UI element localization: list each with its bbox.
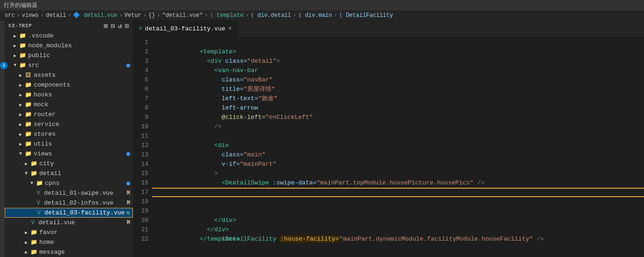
tree-item-favor[interactable]: ▶ 📁 favor	[5, 228, 133, 237]
badge-m: M	[127, 190, 130, 197]
code-line-5: title="房屋详情"	[152, 75, 644, 85]
tab-detail03[interactable]: V detail_03-facility.vue ×	[133, 21, 238, 37]
tree-label: node_modules	[28, 42, 72, 49]
vue-file-icon: V	[29, 219, 37, 227]
folder-icon: 📁	[24, 101, 32, 109]
title-bar-text: 打开的编辑器	[4, 1, 37, 9]
tree-item-message[interactable]: ▶ 📁 message	[5, 247, 133, 257]
tree-item-views[interactable]: ▼ 📁 views	[5, 149, 133, 159]
code-line-19: </div>	[152, 206, 644, 216]
file-explorer: CZ-TRIP ⊞ ⊟ ↺ ⊡ ▶ 📁 .vscode ▶ 📁 node_mod…	[5, 21, 133, 257]
collapse-all-icon[interactable]: ⊡	[125, 22, 129, 30]
modified-dot	[126, 64, 130, 67]
sidebar-header: CZ-TRIP ⊞ ⊟ ↺ ⊡	[5, 21, 133, 31]
collapse-icon: ▼	[12, 63, 18, 68]
folder-icon: 📁	[19, 52, 26, 59]
code-line-11: <div	[152, 132, 644, 141]
refresh-icon[interactable]: ↺	[118, 22, 122, 30]
tree-label: city	[39, 160, 54, 167]
sidebar-header-icons: ⊞ ⊟ ↺ ⊡	[104, 22, 129, 30]
new-file-icon[interactable]: ⊞	[104, 22, 108, 30]
tree-item-public[interactable]: ▶ 📁 public	[5, 51, 133, 60]
activity-bar: 4	[0, 21, 5, 257]
collapse-icon: ▶	[23, 230, 29, 235]
tree-label: detail	[39, 170, 61, 177]
tree-item-detail-folder[interactable]: ▼ 📁 detail	[5, 169, 133, 178]
vue-file-icon: V	[35, 209, 43, 217]
folder-icon: 📁	[19, 32, 26, 40]
tree-item-stores[interactable]: ▶ 📁 stores	[5, 129, 133, 139]
tree-item-assets[interactable]: ▶ 🖼 assets	[5, 70, 133, 80]
tree-label: .vscode	[28, 32, 54, 39]
tree-item-detail03[interactable]: V detail_03-facility.vue U	[5, 208, 133, 218]
collapse-icon: ▶	[18, 92, 23, 98]
collapse-icon: ▶	[18, 122, 23, 127]
tree-label: service	[34, 121, 59, 128]
code-editor: 1 2 3 4 5 6 7 8 9 10 11 12 13 14 15 16 1…	[133, 37, 644, 257]
tree-item-utils[interactable]: ▶ 📁 utils	[5, 139, 133, 149]
collapse-icon: ▶	[18, 112, 23, 117]
tree-item-src[interactable]: ▼ 📁 src	[5, 60, 133, 70]
tree-label: message	[39, 249, 65, 256]
breadcrumb-detail-facility: ⟨ DetailFacility	[339, 12, 393, 19]
breadcrumb-bar: src › views › detail › 🔷 detail.vue › Ve…	[0, 10, 644, 21]
tree-label: views	[34, 150, 52, 157]
tree-item-detail01[interactable]: V detail_01-swipe.vue M	[5, 188, 133, 198]
code-line-14: >	[152, 160, 644, 169]
tree-label: home	[39, 239, 54, 246]
tree-label: stores	[34, 131, 56, 138]
tree-item-components[interactable]: ▶ 📁 components	[5, 80, 133, 90]
tree-item-detail-vue[interactable]: V detail.vue M	[5, 218, 133, 228]
folder-icon: 📁	[30, 229, 37, 236]
code-line-6: left-text="旅途"	[152, 85, 644, 94]
badge-m: M	[127, 220, 130, 226]
folder-icon: 📁	[19, 42, 26, 50]
code-line-4: class="navBar"	[152, 66, 644, 75]
editor-area: V detail_03-facility.vue × 1 2 3 4 5 6 7…	[133, 21, 644, 257]
tree-item-detail02[interactable]: V detail_02-infos.vue M	[5, 198, 133, 208]
code-line-3: <van-nav-bar	[152, 57, 644, 66]
vue-tab-icon: V	[139, 26, 142, 31]
tree-label: hooks	[34, 91, 52, 98]
tree-label: components	[34, 81, 70, 88]
tree-item-home[interactable]: ▶ 📁 home	[5, 237, 133, 247]
tree-item-router[interactable]: ▶ 📁 router	[5, 110, 133, 119]
folder-icon: 📁	[24, 150, 32, 158]
code-line-7: left-arrow	[152, 94, 644, 103]
code-line-15: <DeatailSwipe :swipe-data="mainPart.topM…	[152, 169, 644, 178]
collapse-icon: ▶	[18, 102, 23, 108]
vue-file-icon: V	[35, 190, 42, 197]
folder-icon: 📁	[24, 111, 32, 118]
code-line-22	[152, 235, 644, 244]
tree-label: assets	[34, 72, 56, 79]
new-folder-icon[interactable]: ⊟	[111, 22, 115, 30]
tree-item-city[interactable]: ▶ 📁 city	[5, 159, 133, 169]
tab-bar: V detail_03-facility.vue ×	[133, 21, 644, 37]
folder-icon: 📁	[36, 180, 43, 187]
code-line-13: v-if="mainPart"	[152, 150, 644, 160]
collapse-icon: ▶	[18, 73, 23, 78]
tree-item-node-modules[interactable]: ▶ 📁 node_modules	[5, 41, 133, 51]
code-line-18	[152, 197, 644, 206]
orange-border	[152, 188, 644, 197]
tree-item-service[interactable]: ▶ 📁 service	[5, 119, 133, 129]
folder-icon: 📁	[30, 239, 37, 246]
breadcrumb-vetur: Vetur	[124, 12, 141, 19]
code-line-10	[152, 122, 644, 132]
code-line-8: @click-left="onClickLeft"	[152, 103, 644, 113]
folder-icon: 📁	[30, 170, 37, 177]
collapse-icon: ▶	[23, 240, 29, 245]
code-line-9: />	[152, 113, 644, 122]
title-bar: 打开的编辑器	[0, 0, 644, 10]
collapse-icon: ▶	[18, 132, 23, 137]
tree-item-mock[interactable]: ▶ 📁 mock	[5, 100, 133, 110]
code-content: <template> <div class="detail"> <van-nav…	[152, 37, 644, 257]
code-line-12: class="main"	[152, 141, 644, 150]
tree-item-vscode[interactable]: ▶ 📁 .vscode	[5, 31, 133, 41]
tree-label: cpns	[45, 180, 59, 187]
breadcrumb-detail-folder: detail	[46, 12, 66, 19]
collapse-icon: ▼	[23, 171, 29, 176]
tree-item-hooks[interactable]: ▶ 📁 hooks	[5, 90, 133, 100]
tab-close[interactable]: ×	[228, 25, 232, 32]
tree-item-cpns[interactable]: ▼ 📁 cpns	[5, 178, 133, 188]
